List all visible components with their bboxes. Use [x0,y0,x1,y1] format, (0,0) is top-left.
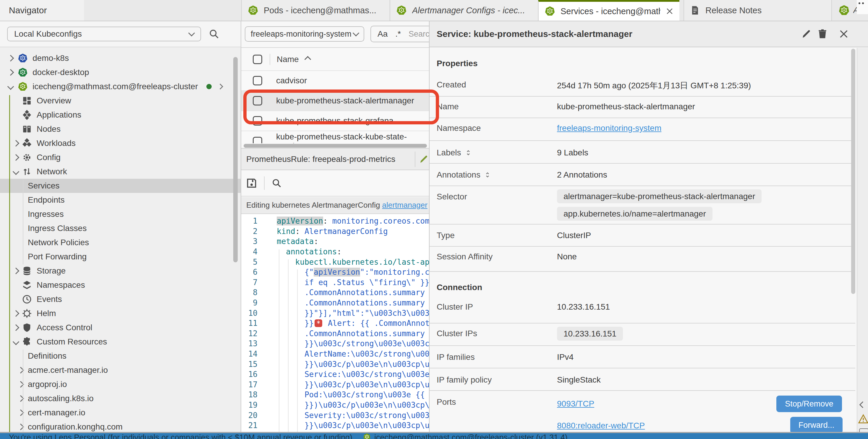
chevron-down-icon[interactable] [13,339,20,345]
sidebar-item-workloads[interactable]: Workloads [0,136,241,150]
expand-icon[interactable] [465,149,472,156]
panel-right-gutter [857,48,868,432]
chevron-right-icon[interactable] [13,310,20,317]
chevron-right-icon[interactable] [13,140,20,147]
sidebar-item-demo-k8s[interactable]: demo-k8s [0,51,241,65]
sidebar-item-label: Custom Resources [37,337,107,346]
kubernetes-icon [545,6,555,16]
search-input[interactable]: Aa .* Search [370,26,429,42]
trash-icon[interactable] [817,29,828,39]
sort-asc-icon[interactable] [304,56,311,63]
port-8080-link[interactable]: 8080:reloader-web/TCP [557,421,645,431]
kubeconfig-select[interactable]: Local Kubeconfigs [7,27,201,41]
chevron-right-icon[interactable] [13,154,20,161]
sidebar-item-endpoints[interactable]: Endpoints [0,193,241,207]
close-icon[interactable] [839,29,849,39]
port-9093-link[interactable]: 9093/TCP [557,399,594,409]
tree-indent-guide [23,179,23,264]
created-label: Created [437,80,466,90]
edit-pencil-icon[interactable] [419,155,429,164]
sidebar-item-argoproj[interactable]: argoproj.io [0,377,241,392]
tab-release-notes[interactable]: Release Notes [684,0,832,21]
notification-icon[interactable] [859,428,868,432]
chevron-down-icon[interactable] [13,168,20,175]
chevron-right-icon[interactable] [7,55,14,62]
sidebar-item-definitions[interactable]: Definitions [0,349,241,363]
horizontal-scrollbar-thumb[interactable] [244,144,427,148]
tab-label: Release Notes [705,6,762,15]
row-divider [430,323,855,324]
active-cluster-text[interactable]: icecheng@mathmast.com@freeleaps-cluster … [374,433,568,439]
row-divider [430,390,855,391]
sidebar-item-port-forwarding[interactable]: Port Forwarding [0,250,241,264]
ellipsis-icon [862,2,864,4]
prometheusrule-bar[interactable]: PrometheusRule: freepeals-prod-metrics [241,148,429,170]
sidebar-item-storage[interactable]: Storage [0,264,241,278]
sidebar-item-network[interactable]: Network [0,165,241,179]
sidebar-item-label: Helm [37,309,56,318]
forward-button[interactable]: Forward... [790,417,843,432]
shield-icon [22,323,32,333]
sidebar-item-cert-manager[interactable]: cert-manager.io [0,406,241,420]
events-icon [22,294,32,304]
editing-resource-link[interactable]: alertmanager [382,201,428,210]
sidebar-item-events[interactable]: Events [0,292,241,306]
sidebar-item-network-policies[interactable]: Network Policies [0,235,241,250]
code-line: 5 kubectl.kubernetes.io/last-appli [241,257,429,267]
namespace-select[interactable]: freeleaps-monitoring-system [245,26,364,42]
row-checkbox[interactable] [253,76,262,86]
chevron-right-icon[interactable] [13,268,20,274]
sidebar-item-config[interactable]: Config [0,150,241,165]
applications-icon [22,110,32,120]
sidebar-item-label: Services [28,181,59,191]
sidebar-item-docker-desktop[interactable]: docker-desktop [0,65,241,79]
save-icon[interactable] [246,178,257,189]
sidebar-item-ingresses[interactable]: Ingresses [0,207,241,221]
row-checkbox[interactable] [253,137,262,143]
sidebar-item-freeleaps-cluster[interactable]: icecheng@mathmast.com@freeleaps-cluster [0,79,241,94]
sidebar-item-overview[interactable]: Overview [0,94,241,108]
cluster-connected-dot [206,84,212,89]
tab-pods[interactable]: Pods - icecheng@mathmas... [241,0,389,21]
panel-title: Service: kube-prometheus-stack-alertmana… [437,29,632,39]
search-icon[interactable] [272,178,282,188]
column-name[interactable]: Name [277,55,299,64]
sidebar-item-custom-resources[interactable]: Custom Resources [0,335,241,349]
yaml-editor[interactable]: 1apiVersion: monitoring.coreos.com/v1 2k… [241,214,429,432]
sidebar-item-nodes[interactable]: Nodes [0,122,241,136]
sidebar-item-namespaces[interactable]: Namespaces [0,278,241,292]
close-tab-icon[interactable] [666,7,674,15]
collapse-left-icon[interactable] [860,402,866,408]
stop-remove-button[interactable]: Stop/Remove [776,396,842,412]
table-row-clipped[interactable]: kube-prometheus-stack-kube-state-metrics [241,131,429,143]
edit-pencil-icon[interactable] [802,29,811,39]
regex-toggle[interactable]: .* [395,29,401,39]
sidebar-item-label: Port Forwarding [28,252,87,262]
tab-services-active[interactable]: Services - icecheng@math... [538,0,679,21]
sidebar-item-autoscaling[interactable]: autoscaling.k8s.io [0,392,241,406]
sidebar-item-access-control[interactable]: Access Control [0,320,241,335]
match-case-toggle[interactable]: Aa [377,29,388,39]
warning-triangle-icon[interactable] [858,414,868,424]
chevron-right-icon[interactable] [7,69,14,76]
sidebar-item-helm[interactable]: Helm [0,306,241,320]
table-row[interactable]: cadvisor [241,70,429,91]
panel-scrollbar-thumb[interactable] [851,49,855,294]
row-divider [430,246,855,247]
select-all-checkbox[interactable] [253,55,262,64]
sidebar-item-acme-cert-manager[interactable]: acme.cert-manager.io [0,363,241,377]
namespace-link[interactable]: freeleaps-monitoring-system [557,124,661,133]
search-icon[interactable] [209,29,219,39]
name-value: kube-prometheus-stack-alertmanager [557,102,695,111]
chevron-down-icon[interactable] [7,83,14,90]
sidebar-item-configuration-konghq[interactable]: configuration.konghq.com [0,420,241,432]
tab-alertmanager-configs[interactable]: Alertmanager Configs - icec... [390,0,537,21]
chevron-right-icon[interactable] [13,325,20,331]
expand-icon[interactable] [484,171,491,178]
namespace-label: Namespace [437,124,481,133]
header-divider [270,54,270,65]
sidebar-item-ingress-classes[interactable]: Ingress Classes [0,221,241,235]
sidebar-item-applications[interactable]: Applications [0,108,241,122]
sidebar-scrollbar-thumb[interactable] [233,57,238,262]
sidebar-item-services[interactable]: Services [0,179,241,193]
